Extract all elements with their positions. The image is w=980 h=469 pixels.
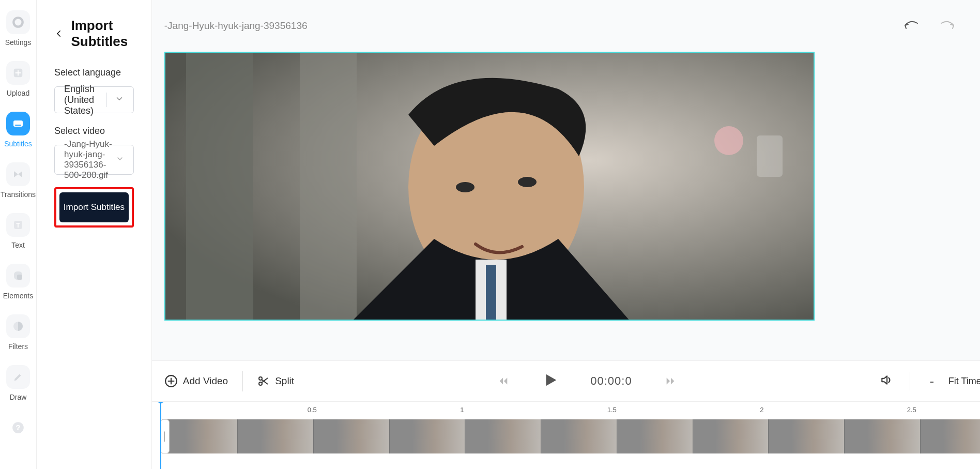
main-area: -Jang-Hyuk-hyuk-jang-39356136 Export bbox=[152, 0, 980, 469]
skip-forward-icon bbox=[665, 375, 676, 387]
play-icon bbox=[542, 371, 559, 389]
sidebar-item-text[interactable]: T Text bbox=[0, 213, 36, 249]
sidebar-item-help[interactable]: ? bbox=[0, 416, 36, 440]
panel-header: Import Subtitles bbox=[54, 18, 134, 50]
clip-thumbnail bbox=[314, 419, 390, 453]
play-button[interactable] bbox=[542, 371, 559, 391]
sidebar-item-label: Upload bbox=[7, 89, 29, 97]
clip-track[interactable]: │ │ bbox=[162, 419, 980, 453]
sidebar-item-subtitles[interactable]: Subtitles bbox=[0, 112, 36, 148]
redo-button[interactable] bbox=[938, 16, 958, 36]
clip-thumbnail bbox=[693, 419, 769, 453]
svg-point-15 bbox=[456, 182, 474, 192]
sidebar-item-filters[interactable]: Filters bbox=[0, 314, 36, 351]
svg-rect-2 bbox=[13, 120, 23, 127]
separator bbox=[910, 372, 910, 390]
subtitles-icon bbox=[6, 112, 30, 135]
draw-icon bbox=[6, 365, 30, 389]
undo-icon bbox=[902, 20, 920, 32]
clip-thumbnail bbox=[921, 419, 980, 453]
sidebar-item-label: Draw bbox=[10, 393, 27, 401]
clip-thumbnail bbox=[238, 419, 314, 453]
skip-back-icon bbox=[498, 375, 509, 387]
project-name[interactable]: -Jang-Hyuk-hyuk-jang-39356136 bbox=[164, 20, 308, 32]
svg-point-16 bbox=[518, 177, 537, 187]
ruler-tick: 1.5 bbox=[607, 406, 617, 414]
subtitles-panel: Import Subtitles Select language English… bbox=[37, 0, 152, 469]
clip-handle-left[interactable]: │ bbox=[160, 419, 170, 453]
clip-thumbnail bbox=[769, 419, 845, 453]
svg-rect-13 bbox=[300, 53, 357, 321]
video-value: -Jang-Hyuk-hyuk-jang-39356136-500-200.gi… bbox=[64, 139, 116, 180]
chevron-down-icon bbox=[116, 155, 124, 165]
controls-bar: Add Video Split 00:00:0 bbox=[152, 360, 980, 402]
play-cluster: 00:00:0 bbox=[496, 371, 677, 391]
clip-thumbnail bbox=[465, 419, 541, 453]
language-label: Select language bbox=[54, 67, 134, 78]
volume-button[interactable] bbox=[880, 373, 893, 389]
sidebar-item-label: Elements bbox=[3, 292, 33, 300]
panel-title: Import Subtitles bbox=[71, 18, 133, 50]
ruler-tick: 1 bbox=[460, 406, 464, 414]
sidebar-item-settings[interactable]: Settings bbox=[0, 10, 36, 47]
sidebar-item-upload[interactable]: Upload bbox=[0, 61, 36, 97]
ruler[interactable]: 0.5 1 1.5 2 2.5 3 bbox=[157, 402, 980, 419]
split-button[interactable]: Split bbox=[257, 375, 294, 387]
filters-icon bbox=[6, 314, 30, 338]
svg-rect-12 bbox=[186, 53, 253, 321]
ruler-tick: 2.5 bbox=[907, 406, 916, 414]
playhead[interactable] bbox=[160, 402, 161, 469]
current-time: 00:00:0 bbox=[590, 374, 632, 388]
help-icon: ? bbox=[6, 416, 30, 440]
language-select[interactable]: English (United States) bbox=[54, 86, 134, 113]
svg-text:?: ? bbox=[16, 423, 20, 432]
ruler-tick: 2 bbox=[760, 406, 763, 414]
svg-rect-7 bbox=[17, 275, 22, 280]
add-video-button[interactable]: Add Video bbox=[164, 374, 228, 388]
back-button[interactable] bbox=[54, 26, 64, 41]
zoom-out-button[interactable]: - bbox=[927, 373, 937, 389]
sidebar-item-label: Subtitles bbox=[4, 140, 32, 148]
volume-icon bbox=[880, 373, 893, 387]
fit-timeline-button[interactable]: Fit Timeline bbox=[948, 376, 980, 387]
chevron-left-icon bbox=[54, 29, 64, 38]
scissors-icon bbox=[257, 375, 270, 387]
add-video-label: Add Video bbox=[183, 375, 228, 387]
topbar: -Jang-Hyuk-hyuk-jang-39356136 Export bbox=[152, 0, 980, 52]
sidebar-item-label: Filters bbox=[8, 342, 28, 351]
transitions-icon bbox=[6, 162, 30, 186]
import-subtitles-button[interactable]: Import Subtitles bbox=[59, 192, 129, 222]
preview-overlay bbox=[757, 135, 783, 177]
separator bbox=[242, 371, 243, 391]
clip-thumbnail bbox=[617, 419, 693, 453]
clip-thumbnail bbox=[845, 419, 921, 453]
right-controls: - Fit Timeline + bbox=[880, 372, 980, 390]
upload-icon bbox=[6, 61, 30, 85]
left-sidebar: Settings Upload Subtitles Transitions T … bbox=[0, 0, 37, 469]
sidebar-item-label: Settings bbox=[5, 38, 32, 47]
svg-point-0 bbox=[13, 18, 22, 26]
preview-placeholder-icon bbox=[165, 53, 815, 321]
svg-rect-3 bbox=[15, 125, 21, 126]
sidebar-item-label: Text bbox=[11, 241, 25, 249]
sidebar-item-elements[interactable]: Elements bbox=[0, 264, 36, 300]
clip-thumbnail bbox=[162, 419, 238, 453]
add-circle-icon bbox=[164, 374, 178, 388]
skip-forward-button[interactable] bbox=[663, 374, 678, 388]
sidebar-item-draw[interactable]: Draw bbox=[0, 365, 36, 401]
video-preview[interactable] bbox=[164, 52, 815, 321]
sidebar-item-transitions[interactable]: Transitions bbox=[0, 162, 36, 199]
import-button-label: Import Subtitles bbox=[64, 202, 125, 213]
undo-button[interactable] bbox=[900, 16, 921, 36]
clip-thumbnail bbox=[541, 419, 617, 453]
clip-thumbnail bbox=[390, 419, 466, 453]
timeline[interactable]: 0.5 1 1.5 2 2.5 3 │ │ bbox=[152, 402, 980, 469]
chevron-down-icon bbox=[115, 94, 124, 106]
svg-point-19 bbox=[714, 126, 743, 155]
import-highlight: Import Subtitles bbox=[54, 187, 134, 228]
video-select[interactable]: -Jang-Hyuk-hyuk-jang-39356136-500-200.gi… bbox=[54, 145, 134, 175]
text-icon: T bbox=[6, 213, 30, 237]
skip-back-button[interactable] bbox=[496, 374, 511, 388]
settings-icon bbox=[6, 10, 30, 34]
sidebar-item-label: Transitions bbox=[1, 190, 36, 199]
